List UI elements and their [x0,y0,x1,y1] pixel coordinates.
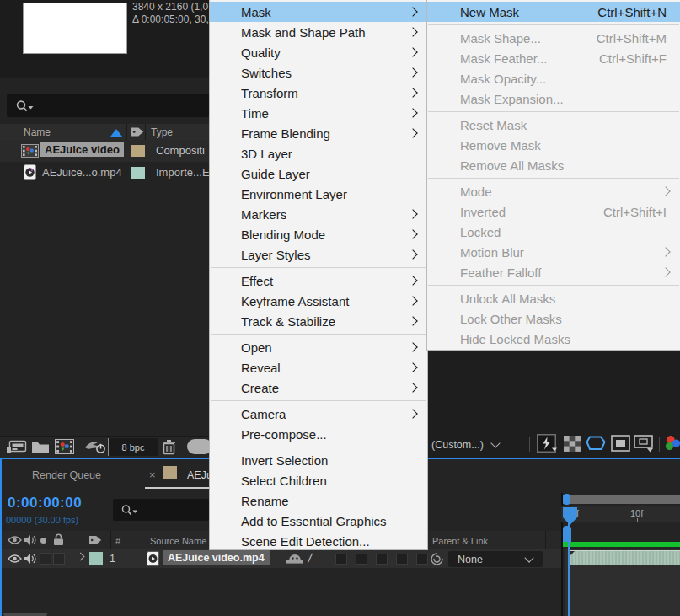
menu-item-transform[interactable]: Transform [210,83,427,103]
column-header-name[interactable]: Name [24,126,51,138]
column-divider[interactable] [545,531,546,549]
fast-previews-icon[interactable] [537,434,558,453]
tab-render-queue[interactable]: Render Queue [32,469,101,481]
column-header-parent-link[interactable]: Parent & Link [432,536,488,546]
new-composition-icon[interactable] [55,439,74,454]
submenu-item-locked[interactable]: Locked [427,222,680,242]
menu-item-add-to-essential-graphics[interactable]: Add to Essential Graphics [210,511,427,531]
menu-item-scene-edit-detection[interactable]: Scene Edit Detection... [210,531,427,551]
resolution-dropdown[interactable]: (Custom...) [431,434,499,455]
time-ruler[interactable]: 0f 10f [561,506,680,522]
project-item-name[interactable]: AEJuice...o.mp4 [42,166,122,179]
menu-item-frame-blending[interactable]: Frame Blending [210,123,427,143]
lock-icon[interactable] [53,533,64,546]
timeline-search-input[interactable] [113,499,209,521]
submenu-item-remove-mask[interactable]: Remove Mask [427,135,680,155]
playhead-line[interactable] [568,522,570,616]
column-divider[interactable] [145,124,146,140]
timeline-h-scrollbar[interactable] [3,613,47,616]
tag-icon[interactable] [88,534,102,546]
switch-box[interactable] [356,554,367,565]
tab-composition[interactable]: AEJu [187,469,211,481]
submenu-item-mask-shape[interactable]: Mask Shape...Ctrl+Shift+M [427,28,680,48]
menu-item-create[interactable]: Create [210,378,427,398]
grid-guide-options-icon[interactable] [634,435,656,453]
menu-item-mask[interactable]: Mask [210,2,427,22]
submenu-item-inverted[interactable]: InvertedCtrl+Shift+I [427,201,680,222]
menu-item-3d-layer[interactable]: 3D Layer [210,143,427,163]
parent-dropdown[interactable]: None [448,551,543,567]
pickwhip-icon[interactable] [430,552,444,566]
close-tab-icon[interactable]: × [149,469,156,481]
menu-item-switches[interactable]: Switches [210,62,427,83]
solo-toggle[interactable] [40,553,51,565]
column-header-source-name[interactable]: Source Name [150,536,206,546]
submenu-item-mask-expansion[interactable]: Mask Expansion... [427,88,680,109]
project-item-name[interactable]: AEJuice video [40,142,124,157]
menu-item-layer-styles[interactable]: Layer Styles [210,244,427,265]
label-color-swatch[interactable] [131,167,145,179]
submenu-item-new-mask[interactable]: New MaskCtrl+Shift+N [427,2,680,22]
column-divider[interactable] [110,531,111,549]
column-header-type[interactable]: Type [151,126,173,138]
menu-item-blending-mode[interactable]: Blending Mode [210,224,427,244]
exposure-color-icon[interactable] [664,434,680,453]
menu-item-camera[interactable]: Camera [210,404,427,424]
column-divider[interactable] [72,531,72,549]
submenu-item-feather-falloff[interactable]: Feather Falloff [427,262,680,282]
current-time-display[interactable]: 0:00:00:00 [8,495,82,512]
quality-icon[interactable]: / [307,551,313,565]
delete-icon[interactable] [162,439,176,455]
shy-icon[interactable] [286,553,304,565]
lock-toggle[interactable] [53,553,65,565]
eye-icon[interactable] [8,554,22,564]
submenu-item-unlock-all-masks[interactable]: Unlock All Masks [427,288,680,308]
menu-item-environment-layer[interactable]: Environment Layer [210,184,427,204]
eye-icon[interactable] [8,535,22,545]
menu-item-pre-compose[interactable]: Pre-compose... [210,424,427,444]
submenu-item-mask-feather[interactable]: Mask Feather...Ctrl+Shift+F [427,48,680,68]
submenu-item-reset-mask[interactable]: Reset Mask [427,115,680,135]
menu-item-markers[interactable]: Markers [210,204,427,224]
column-divider[interactable] [142,531,142,549]
column-header-number[interactable]: # [115,536,120,546]
layer-row[interactable]: 1 AEJuice video.mp4 / None [2,549,561,568]
menu-item-invert-selection[interactable]: Invert Selection [210,450,427,470]
expand-layer-chevron-icon[interactable] [77,553,85,561]
audio-icon[interactable] [24,534,36,546]
layer-duration-bar[interactable] [568,550,680,565]
submenu-item-mask-opacity[interactable]: Mask Opacity... [427,68,680,88]
menu-item-time[interactable]: Time [210,103,427,123]
switch-box[interactable] [396,554,408,565]
switch-box[interactable] [376,554,388,565]
menu-item-guide-layer[interactable]: Guide Layer [210,163,427,184]
transparency-grid-icon[interactable] [564,436,581,452]
solo-icon[interactable] [40,538,46,544]
project-row-composition[interactable]: AEJuice video Compositi [0,140,209,162]
project-search-input[interactable] [7,94,209,117]
submenu-item-hide-locked-masks[interactable]: Hide Locked Masks [427,329,680,349]
menu-item-quality[interactable]: Quality [210,42,427,62]
submenu-item-remove-all-masks[interactable]: Remove All Masks [427,155,680,175]
layer-color-swatch[interactable] [89,552,103,565]
submenu-item-lock-other-masks[interactable]: Lock Other Masks [427,308,680,329]
layer-name[interactable]: AEJuice video.mp4 [163,550,270,565]
switch-box[interactable] [416,554,428,565]
audio-icon[interactable] [24,553,36,565]
interpret-footage-icon[interactable] [6,440,27,455]
submenu-item-motion-blur[interactable]: Motion Blur [427,242,680,262]
menu-item-rename[interactable]: Rename [210,490,427,511]
region-of-interest-icon[interactable] [611,435,630,452]
menu-item-effect[interactable]: Effect [210,271,427,291]
toggle-fx-icon[interactable] [84,440,106,454]
menu-item-reveal[interactable]: Reveal [210,357,427,378]
project-row-footage[interactable]: AEJuice...o.mp4 Importe...E [0,162,209,184]
menu-item-open[interactable]: Open [210,337,427,357]
menu-item-keyframe-assistant[interactable]: Keyframe Assistant [210,291,427,311]
work-area-start-handle[interactable] [563,494,570,505]
sort-ascending-icon[interactable] [110,129,122,137]
work-area-bar[interactable] [563,495,680,504]
label-color-swatch[interactable] [131,145,145,157]
menu-item-mask-and-shape-path[interactable]: Mask and Shape Path [210,22,427,42]
menu-item-track-stabilize[interactable]: Track & Stabilize [210,311,427,331]
